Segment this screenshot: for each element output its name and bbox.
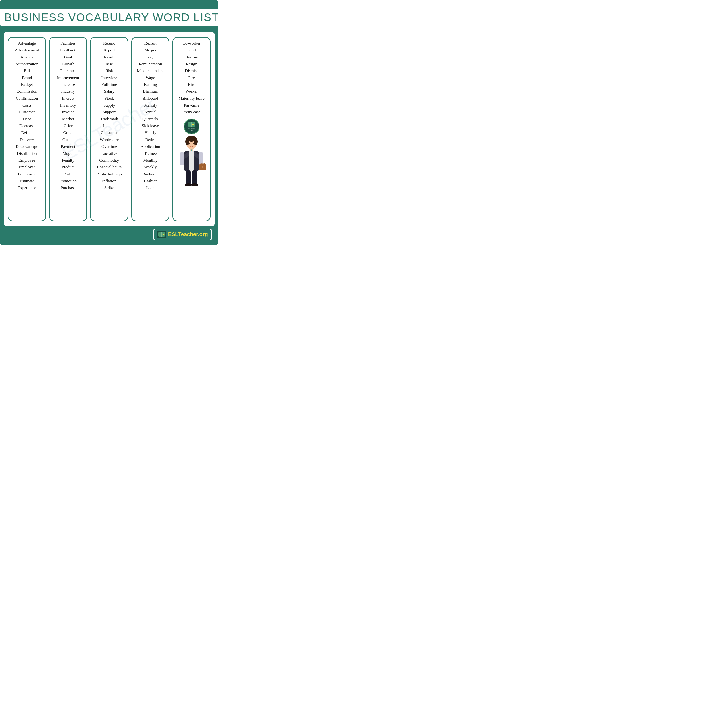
list-item: Rise [106, 61, 113, 67]
list-item: Pretty cash [182, 109, 201, 116]
svg-point-17 [194, 138, 197, 145]
list-item: Invoice [62, 109, 74, 116]
list-item: Retire [145, 136, 156, 143]
footer: ESLTeacher.org [4, 226, 214, 241]
list-item: Profit [63, 171, 73, 177]
list-item: Brand [22, 75, 32, 81]
list-item: Strike [104, 184, 114, 191]
list-item: Purchase [61, 184, 75, 191]
list-item: Co-worker [182, 40, 200, 47]
list-item: Trainee [144, 150, 156, 157]
list-item: Borrow [185, 54, 198, 61]
list-item: Salary [104, 88, 114, 95]
list-item: Decrease [20, 122, 34, 129]
list-item: Wage [145, 75, 155, 81]
list-item: Wholesaler [100, 136, 118, 143]
list-item: Quarterly [142, 116, 158, 122]
list-item: Recruit [144, 40, 156, 47]
list-item: Mogul [63, 150, 73, 157]
list-item: Supply [103, 102, 115, 109]
list-item: Budget [21, 81, 33, 88]
svg-rect-32 [186, 170, 191, 185]
list-item: Payment [61, 143, 75, 150]
list-item: Offer [64, 122, 73, 129]
list-item: Estimate [20, 177, 34, 184]
list-item: Biannual [143, 88, 158, 95]
list-item: Employer [19, 164, 35, 171]
list-item: Goal [64, 54, 72, 61]
column-3: RefundReportResultRiseRiskInterviewFull-… [90, 37, 128, 221]
list-item: Delivery [20, 136, 34, 143]
list-item: Order [63, 129, 73, 136]
list-item: Product [62, 164, 75, 171]
svg-point-18 [189, 143, 190, 144]
list-item: Penalty [62, 157, 74, 164]
list-item: Feedback [60, 47, 76, 54]
list-item: Debt [23, 116, 31, 122]
list-item: Unsocial hours [97, 164, 122, 171]
list-item: Overtime [101, 143, 117, 150]
list-item: Dismiss [185, 67, 198, 74]
list-item: Advertisement [15, 47, 39, 54]
list-item: Fire [188, 75, 194, 81]
list-item: Pay [147, 54, 154, 61]
list-item: Output [63, 136, 74, 143]
svg-rect-12 [188, 125, 190, 125]
list-item: Inventory [60, 102, 76, 109]
list-item: Annual [144, 109, 156, 116]
list-item: Support [102, 109, 116, 116]
footer-brand: ESLTeacher.org [168, 231, 208, 237]
list-item: Advantage [18, 40, 36, 47]
list-item: Costs [22, 102, 32, 109]
column-4: RecruitMergerPayRemunerationMake redunda… [131, 37, 170, 221]
svg-point-16 [185, 138, 189, 145]
list-item: Hourly [144, 129, 156, 136]
list-item: Full-time [101, 81, 117, 88]
list-item: Launch [103, 122, 115, 129]
list-item: Merger [144, 47, 156, 54]
list-item: Maternity leave [179, 95, 205, 102]
list-item: Agenda [20, 54, 33, 61]
svg-rect-31 [202, 166, 203, 168]
list-item: Disadvantage [16, 143, 38, 150]
list-item: Confirmation [16, 95, 38, 102]
svg-rect-26 [180, 152, 184, 165]
outer-container: $ BUSINESS VOCABULARY WORD LIST ESLTeach… [0, 0, 219, 245]
list-item: Public holidays [96, 171, 122, 177]
list-item: Trademark [100, 116, 118, 122]
character-illustration [176, 136, 207, 187]
svg-rect-11 [188, 124, 191, 124]
list-item: Loan [146, 184, 154, 191]
svg-rect-33 [192, 170, 197, 185]
column-2: FacilitiesFeedbackGoalGrowthGuaranteeImp… [49, 37, 87, 221]
list-item: Guarantee [60, 67, 76, 74]
list-item: Banknote [142, 171, 158, 177]
column-1: AdvantageAdvertisementAgendaAuthorizatio… [8, 37, 46, 221]
list-item: Lucrative [101, 150, 117, 157]
list-item: Billboard [142, 95, 158, 102]
svg-rect-37 [161, 232, 162, 237]
list-item: Application [141, 143, 160, 150]
main-content: ESLTeacher AdvantageAdvertisementAgendaA… [4, 32, 214, 226]
footer-brand-esl: ESL [168, 231, 178, 237]
list-item: Worker [185, 88, 198, 95]
list-item: Scarcity [144, 102, 157, 109]
list-item: Cashier [144, 177, 157, 184]
svg-point-35 [191, 184, 198, 187]
list-item: Lend [187, 47, 196, 54]
footer-brand-rest: Teacher.org [178, 231, 208, 237]
svg-rect-9 [191, 122, 192, 127]
list-item: Monthly [143, 157, 158, 164]
header: $ BUSINESS VOCABULARY WORD LIST [4, 4, 214, 32]
list-item: Deficit [21, 129, 32, 136]
list-item: Risk [105, 67, 113, 74]
list-item: Earning [144, 81, 157, 88]
svg-point-34 [185, 184, 192, 187]
book-icon [157, 231, 166, 238]
list-item: Stock [105, 95, 114, 102]
list-item: Improvement [57, 75, 80, 81]
list-item: Customer [19, 109, 35, 116]
svg-rect-23 [189, 151, 194, 171]
svg-rect-10 [188, 123, 191, 123]
svg-rect-40 [159, 235, 161, 236]
